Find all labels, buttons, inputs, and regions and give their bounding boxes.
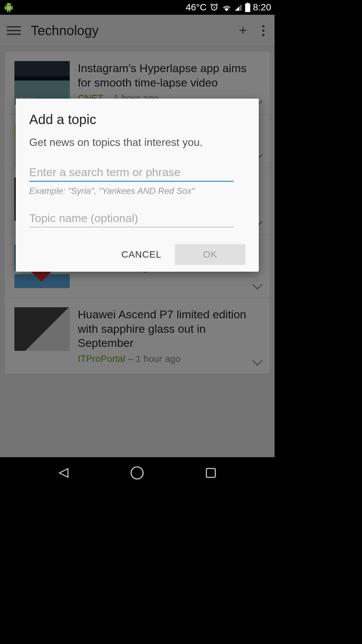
back-button[interactable] [54,464,73,482]
svg-rect-1 [206,468,216,477]
ok-button[interactable]: OK [175,244,245,265]
recents-button[interactable] [202,464,220,482]
status-bar: 46°C 8:20 [0,0,275,15]
alarm-icon [209,3,219,12]
battery-icon [245,3,250,12]
android-icon [3,3,14,12]
add-topic-dialog: Add a topic Get news on topics that inte… [16,99,259,272]
cancel-button[interactable]: CANCEL [118,244,165,265]
cell-signal-icon [234,3,242,11]
home-button[interactable] [128,464,146,482]
navigation-bar [0,457,275,488]
search-term-input[interactable] [29,164,234,182]
topic-name-input[interactable] [29,210,234,227]
dialog-subtitle: Get news on topics that interest you. [29,135,245,150]
dialog-title: Add a topic [29,112,245,127]
status-time: 8:20 [253,2,272,13]
status-temperature: 46°C [186,2,207,13]
wifi-icon [222,3,232,11]
input-example: Example: "Syria", "Yankees AND Red Sox" [29,186,245,196]
svg-point-0 [131,467,143,479]
